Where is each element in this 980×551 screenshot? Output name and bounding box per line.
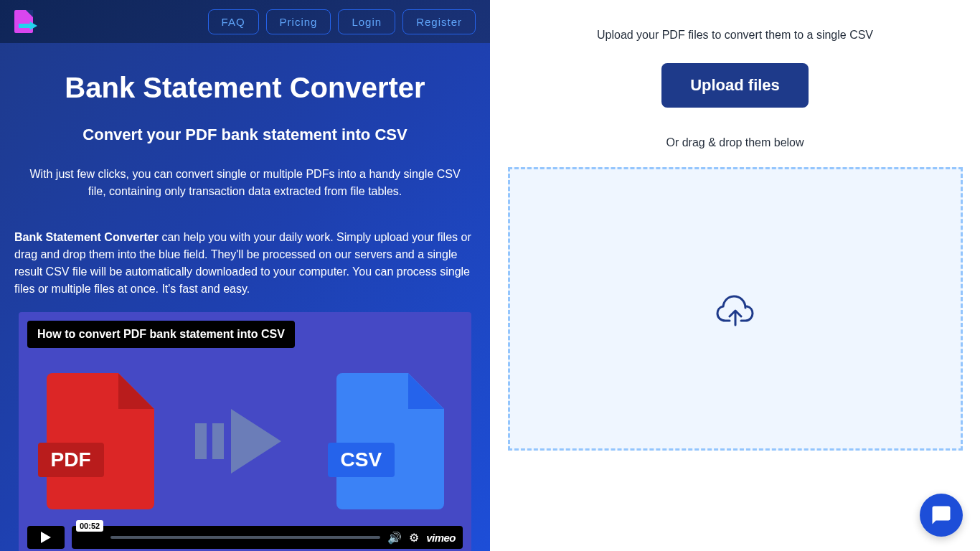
left-panel: FAQ Pricing Login Register Bank Statemen… — [0, 0, 490, 551]
nav: FAQ Pricing Login Register — [208, 9, 476, 34]
upload-prompt: Upload your PDF files to convert them to… — [597, 29, 873, 42]
drag-prompt: Or drag & drop them below — [666, 136, 804, 149]
video-title: How to convert PDF bank statement into C… — [27, 321, 295, 348]
register-link[interactable]: Register — [402, 9, 476, 34]
description-strong: Bank Statement Converter — [14, 231, 159, 243]
volume-icon[interactable]: 🔊 — [387, 531, 402, 545]
right-panel: Upload your PDF files to convert them to… — [490, 0, 980, 551]
chat-widget-button[interactable] — [920, 494, 963, 537]
progress-container: 00:52 🔊 ⚙ vimeo — [72, 526, 463, 549]
drop-zone[interactable] — [508, 167, 963, 451]
cloud-upload-icon — [715, 291, 755, 328]
pricing-link[interactable]: Pricing — [266, 9, 331, 34]
play-button[interactable] — [27, 526, 65, 549]
upload-button[interactable]: Upload files — [661, 63, 809, 108]
video-player[interactable]: How to convert PDF bank statement into C… — [19, 312, 471, 551]
faq-link[interactable]: FAQ — [208, 9, 259, 34]
video-controls: 00:52 🔊 ⚙ vimeo — [19, 520, 471, 551]
chat-icon — [930, 504, 952, 526]
page-title: Bank Statement Converter — [14, 72, 476, 104]
csv-file-icon: CSV — [336, 373, 444, 509]
pdf-file-icon: PDF — [47, 373, 154, 509]
settings-icon[interactable]: ⚙ — [409, 531, 419, 545]
convert-arrow-icon — [195, 420, 296, 463]
video-duration: 00:52 — [76, 520, 103, 532]
play-icon — [41, 532, 51, 543]
description-text: Bank Statement Converter can help you wi… — [14, 229, 476, 298]
pdf-label: PDF — [38, 443, 104, 477]
content: Bank Statement Converter Convert your PD… — [0, 43, 490, 551]
progress-bar[interactable] — [110, 536, 380, 539]
csv-label: CSV — [328, 443, 395, 477]
intro-text: With just few clicks, you can convert si… — [14, 166, 476, 200]
header: FAQ Pricing Login Register — [0, 0, 490, 43]
vimeo-logo[interactable]: vimeo — [426, 532, 456, 544]
login-link[interactable]: Login — [338, 9, 395, 34]
video-thumbnail: PDF CSV — [19, 348, 471, 520]
logo[interactable] — [14, 10, 37, 33]
page-subtitle: Convert your PDF bank statement into CSV — [14, 126, 476, 144]
